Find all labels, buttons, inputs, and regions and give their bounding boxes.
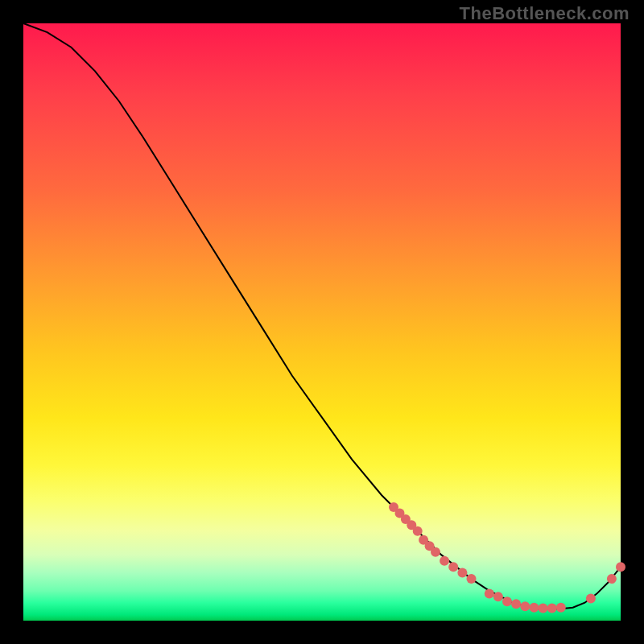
curve-marker xyxy=(502,597,512,606)
curve-marker xyxy=(485,589,494,599)
curve-marker xyxy=(607,574,617,584)
watermark-text: TheBottleneck.com xyxy=(460,3,630,24)
curve-marker xyxy=(457,568,467,578)
curve-marker xyxy=(511,599,521,609)
curve-layer xyxy=(23,23,621,621)
curve-marker xyxy=(431,547,440,557)
curve-marker xyxy=(448,562,458,572)
bottleneck-curve xyxy=(23,23,621,609)
curve-marker xyxy=(556,603,566,613)
curve-marker xyxy=(413,526,423,536)
curve-marker xyxy=(547,603,557,613)
curve-marker xyxy=(616,562,625,572)
curve-marker xyxy=(467,574,477,584)
curve-marker xyxy=(586,594,596,604)
curve-marker xyxy=(539,603,548,613)
curve-marker xyxy=(520,601,530,611)
chart-stage: TheBottleneck.com xyxy=(0,0,644,644)
curve-marker xyxy=(529,603,539,613)
curve-marker xyxy=(440,556,449,566)
curve-markers xyxy=(389,502,625,613)
curve-marker xyxy=(493,592,503,601)
plot-area xyxy=(23,23,621,621)
